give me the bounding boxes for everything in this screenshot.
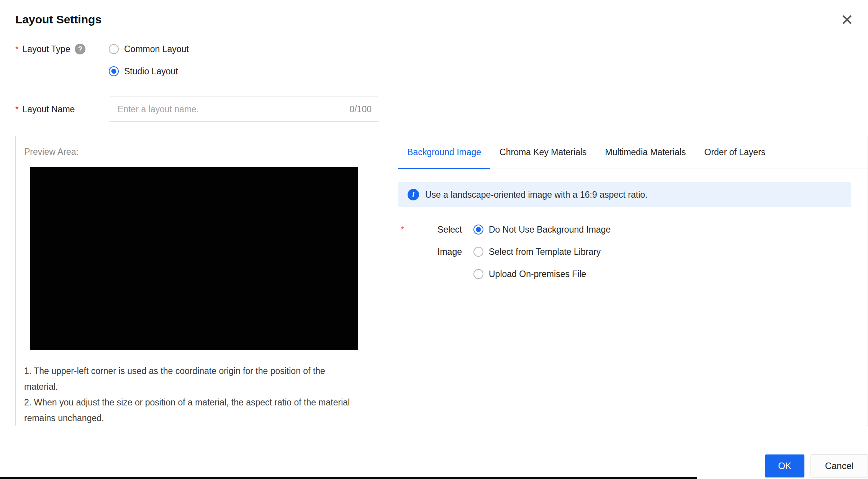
info-banner: i Use a landscape-oriented image with a … xyxy=(398,182,851,207)
settings-panel: Background Image Chroma Key Materials Mu… xyxy=(390,136,868,426)
dialog-header: Layout Settings ✕ xyxy=(0,0,868,26)
page-title: Layout Settings xyxy=(15,13,853,26)
radio-icon xyxy=(109,44,119,54)
tab-bar: Background Image Chroma Key Materials Mu… xyxy=(390,136,868,169)
radio-icon xyxy=(473,225,483,235)
close-icon[interactable]: ✕ xyxy=(837,11,857,29)
select-image-row: * Select Image Do Not Use Background Ima… xyxy=(398,222,851,282)
required-mark: * xyxy=(15,44,19,54)
radio-studio-layout[interactable]: Studio Layout xyxy=(109,64,189,79)
radio-icon xyxy=(473,269,483,279)
required-mark: * xyxy=(15,104,19,114)
layout-type-label: * Layout Type ? xyxy=(15,41,109,57)
required-mark: * xyxy=(401,222,404,237)
info-icon: i xyxy=(408,189,419,200)
radio-do-not-use-background-image[interactable]: Do Not Use Background Image xyxy=(473,222,611,237)
footer: OK Cancel xyxy=(765,454,868,477)
layout-name-row: * Layout Name 0/100 xyxy=(15,97,853,122)
layout-type-row: * Layout Type ? Common Layout Studio Lay… xyxy=(15,41,853,79)
select-image-options: Do Not Use Background Image Select from … xyxy=(473,222,611,282)
radio-common-layout[interactable]: Common Layout xyxy=(109,41,189,57)
tab-order-of-layers[interactable]: Order of Layers xyxy=(695,136,775,169)
ok-button[interactable]: OK xyxy=(765,454,804,477)
info-banner-text: Use a landscape-oriented image with a 16… xyxy=(425,190,647,200)
form-area: * Layout Type ? Common Layout Studio Lay… xyxy=(0,41,868,122)
preview-note-1: 1. The upper-left corner is used as the … xyxy=(24,363,361,395)
tab-background-image[interactable]: Background Image xyxy=(398,136,490,169)
radio-select-from-template-library[interactable]: Select from Template Library xyxy=(473,244,611,259)
tab-chroma-key-materials[interactable]: Chroma Key Materials xyxy=(490,136,596,169)
preview-notes: 1. The upper-left corner is used as the … xyxy=(24,363,361,426)
preview-panel: Preview Area: 1. The upper-left corner i… xyxy=(15,136,373,426)
layout-name-label: * Layout Name xyxy=(15,102,109,117)
radio-upload-on-premises-file[interactable]: Upload On-premises File xyxy=(473,266,611,282)
preview-note-2: 2. When you adjust the size or position … xyxy=(24,395,361,426)
layout-name-input-wrap: 0/100 xyxy=(109,97,379,122)
layout-name-input[interactable] xyxy=(109,97,379,122)
help-icon[interactable]: ? xyxy=(75,44,85,54)
radio-icon xyxy=(109,66,119,76)
tab-content: i Use a landscape-oriented image with a … xyxy=(390,169,868,282)
select-image-label: * Select Image xyxy=(398,222,462,282)
background-strip xyxy=(0,477,697,479)
cancel-button[interactable]: Cancel xyxy=(811,454,868,477)
layout-type-options: Common Layout Studio Layout xyxy=(109,41,189,79)
panels: Preview Area: 1. The upper-left corner i… xyxy=(15,136,868,426)
char-counter: 0/100 xyxy=(349,104,372,115)
radio-icon xyxy=(473,247,483,257)
preview-area-label: Preview Area: xyxy=(24,147,364,157)
preview-canvas xyxy=(30,167,358,350)
tab-multimedia-materials[interactable]: Multimedia Materials xyxy=(596,136,695,169)
